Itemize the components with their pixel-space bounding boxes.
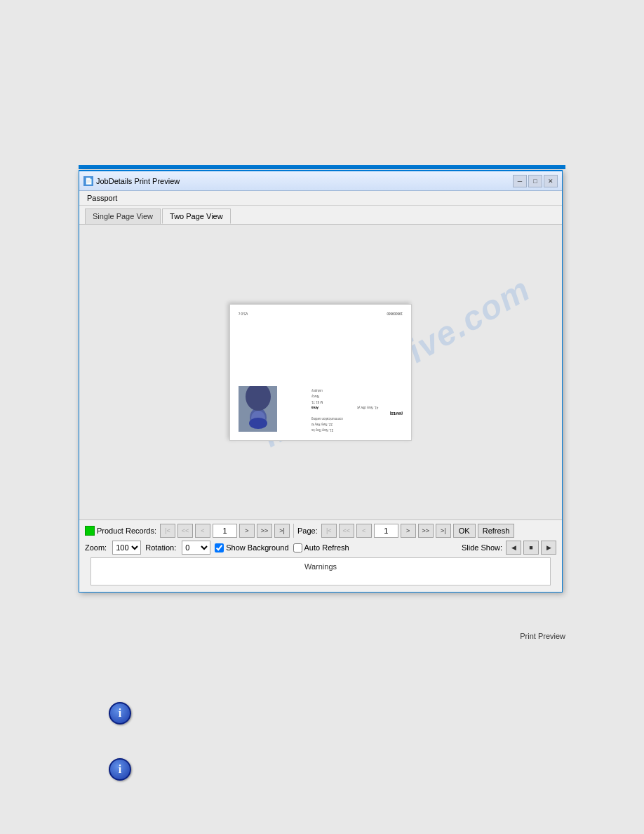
tab-bar: Single Page View Two Page View — [79, 206, 562, 225]
product-nav-last[interactable]: >| — [274, 524, 290, 538]
refresh-button[interactable]: Refresh — [478, 524, 515, 538]
print-preview-caption: Print Preview — [520, 632, 565, 640]
controls-row2: Zoom: 100 75 125 150 200 Rotation: 0 90 … — [85, 541, 556, 555]
page-background: 📄 JobDetails Print Preview ─ □ ✕ Passpor… — [0, 0, 644, 834]
page-nav-next[interactable]: > — [401, 524, 416, 538]
maximize-button[interactable]: □ — [528, 175, 542, 187]
slide-pause-button[interactable]: ■ — [523, 541, 539, 555]
title-bar: 📄 JobDetails Print Preview ─ □ ✕ — [79, 171, 562, 191]
ok-button[interactable]: OK — [453, 524, 476, 538]
menu-passport[interactable]: Passport — [85, 193, 119, 203]
window-title: JobDetails Print Preview — [96, 177, 180, 185]
doc-field-row: 22. Nwy Rey ki — [311, 423, 403, 426]
doc-field-row: ustupny — [311, 389, 403, 392]
window-icon: 📄 — [83, 176, 93, 186]
warnings-header: Warnings — [94, 561, 547, 572]
show-background-label[interactable]: Show Background — [215, 543, 288, 552]
document-preview: 31. Nwy Rey ks 22. Nwy Rey ki communicat… — [229, 304, 412, 441]
slide-stop-button[interactable]: ▶ — [541, 541, 556, 555]
title-bar-left: 📄 JobDetails Print Preview — [83, 176, 180, 186]
scroll-indicator — [79, 165, 565, 169]
doc-field-row: 31. Nwy Rey ks — [311, 428, 403, 432]
doc-content: 31. Nwy Rey ks 22. Nwy Rey ki communicat… — [230, 305, 411, 440]
page-nav-first[interactable]: |< — [321, 524, 337, 538]
separator — [293, 524, 294, 538]
page-nav-prev-prev[interactable]: << — [339, 524, 354, 538]
page-nav-next-next[interactable]: >> — [418, 524, 434, 538]
product-nav-next-next[interactable]: >> — [257, 524, 272, 538]
title-controls: ─ □ ✕ — [513, 175, 558, 187]
close-button[interactable]: ✕ — [544, 175, 558, 187]
page-input[interactable] — [374, 524, 398, 538]
minimize-button[interactable]: ─ — [513, 175, 527, 187]
tab-two-page-view[interactable]: Two Page View — [162, 208, 231, 224]
page-nav-prev[interactable]: < — [356, 524, 372, 538]
product-page-input[interactable] — [213, 524, 237, 538]
product-records-label: Product Records: — [97, 527, 156, 535]
doc-bottom-right: VS.0 c — [239, 312, 248, 315]
doc-field-row: 41. Nwy dfw yk Area — [311, 406, 403, 409]
doc-field-row: Nwcy — [311, 395, 403, 398]
slide-play-button[interactable]: ◀ — [506, 541, 521, 555]
zoom-select[interactable]: 100 75 125 150 200 — [112, 541, 141, 555]
show-background-checkbox[interactable] — [215, 543, 224, 552]
page-nav-last[interactable]: >| — [436, 524, 451, 538]
info-circle-2: i — [109, 758, 131, 781]
slide-show-label: Slide Show: — [462, 543, 502, 552]
doc-field-row: communication setting — [311, 417, 403, 421]
page-label: Page: — [297, 527, 318, 535]
preview-area: manualshive.com — [79, 225, 562, 519]
menu-bar: Passport — [79, 191, 562, 206]
auto-refresh-checkbox[interactable] — [293, 543, 302, 552]
product-nav-prev[interactable]: < — [195, 524, 210, 538]
bottom-controls: Product Records: |< << < > >> >| Page: |… — [79, 519, 562, 592]
warnings-area: Warnings — [90, 557, 551, 585]
doc-bottom-row: 196009660 VS.0 c — [239, 312, 403, 315]
doc-bottom-left: 196009660 — [387, 312, 403, 315]
controls-row1: Product Records: |< << < > >> >| Page: |… — [85, 524, 556, 538]
info-icon-2: i — [109, 758, 131, 781]
slide-show-controls: Slide Show: ◀ ■ ▶ — [462, 541, 556, 555]
info-icon-1: i — [109, 702, 131, 724]
svg-point-2 — [246, 386, 271, 411]
print-preview-window: 📄 JobDetails Print Preview ─ □ ✕ Passpor… — [79, 170, 563, 593]
zoom-label: Zoom: — [85, 543, 107, 552]
doc-field-row: (NAVES) — [311, 411, 403, 415]
doc-field-row: M 91 71 — [311, 400, 403, 404]
rotation-label: Rotation: — [145, 543, 176, 552]
doc-fields: 31. Nwy Rey ks 22. Nwy Rey ki communicat… — [311, 387, 403, 432]
doc-photo — [239, 386, 277, 432]
product-nav-next[interactable]: > — [239, 524, 255, 538]
product-nav-prev-prev[interactable]: << — [177, 524, 193, 538]
rotation-select[interactable]: 0 90 180 270 — [182, 541, 210, 555]
tab-single-page-view[interactable]: Single Page View — [85, 208, 161, 224]
auto-refresh-label[interactable]: Auto Refresh — [293, 543, 349, 552]
product-nav-first[interactable]: |< — [160, 524, 175, 538]
info-circle-1: i — [109, 702, 131, 724]
status-indicator — [85, 526, 95, 536]
